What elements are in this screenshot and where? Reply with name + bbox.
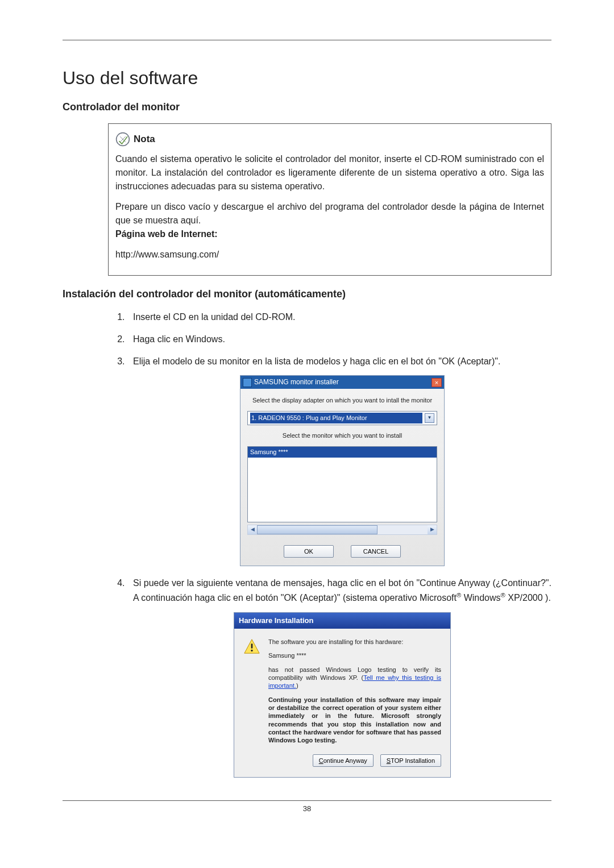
section-heading-controlador: Controlador del monitor — [63, 101, 551, 113]
installer-title-icon — [243, 378, 252, 387]
hw-titlebar: Hardware Installation — [234, 613, 450, 629]
step-4-text-c: XP/2000 ). — [505, 593, 551, 603]
continue-underline: C — [319, 757, 323, 764]
step-3-text: Elija el modelo de su monitor en la list… — [133, 356, 500, 366]
note-box: Nota Cuando el sistema operativo le soli… — [108, 123, 551, 276]
note-label: Nota — [134, 132, 155, 147]
installer-title-text: SAMSUNG monitor installer — [254, 377, 339, 388]
hw-p3: has not passed Windows Logo testing to v… — [268, 666, 441, 690]
page-number: 38 — [63, 804, 551, 813]
step-1: Inserte el CD en la unidad del CD-ROM. — [127, 310, 551, 325]
scroll-right-icon[interactable]: ▶ — [428, 525, 437, 534]
installer-dialog: SAMSUNG monitor installer × Select the d… — [240, 375, 445, 566]
bottom-rule — [63, 800, 551, 801]
installer-hint-2: Select the monitor which you want to ins… — [247, 431, 437, 441]
top-rule — [63, 40, 551, 40]
installer-titlebar: SAMSUNG monitor installer × — [240, 376, 444, 389]
reg-mark-1: ® — [457, 592, 461, 599]
hw-p1: The software you are installing for this… — [268, 638, 441, 646]
step-3: Elija el modelo de su monitor en la list… — [127, 355, 551, 567]
adapter-select[interactable]: 1. RADEON 9550 : Plug and Play Monitor ▼ — [247, 411, 437, 425]
svg-point-2 — [251, 650, 252, 651]
note-p2-text: Prepare un disco vacío y descargue el ar… — [115, 202, 544, 225]
step-2: Haga clic en Windows. — [127, 333, 551, 347]
steps-list: Inserte el CD en la unidad del CD-ROM. H… — [107, 310, 551, 778]
scroll-track[interactable] — [257, 525, 428, 534]
svg-rect-1 — [251, 644, 253, 649]
hardware-installation-dialog: Hardware Installation The software you a… — [234, 612, 451, 778]
stop-rest: TOP Installation — [391, 757, 435, 764]
step-4-text-b: Windows — [461, 593, 500, 603]
list-item[interactable]: Samsung **** — [248, 447, 437, 458]
hw-p2: Samsung **** — [268, 651, 441, 659]
note-paragraph-1: Cuando el sistema operativo le solicite … — [115, 152, 544, 193]
adapter-selected-option: 1. RADEON 9550 : Plug and Play Monitor — [250, 413, 422, 423]
reg-mark-2: ® — [501, 592, 505, 599]
stop-installation-button[interactable]: STOP Installation — [380, 754, 441, 767]
continue-anyway-button[interactable]: Continue Anyway — [313, 754, 374, 767]
hw-p4: Continuing your installation of this sof… — [268, 696, 441, 745]
installer-hint-1: Select the display adapter on which you … — [247, 396, 437, 405]
chevron-down-icon[interactable]: ▼ — [425, 413, 434, 423]
hw-p3b: ) — [296, 682, 298, 689]
close-button[interactable]: × — [432, 378, 442, 387]
section-heading-instalacion: Instalación del controlador del monitor … — [63, 288, 551, 300]
scroll-thumb[interactable] — [257, 525, 377, 534]
horizontal-scrollbar[interactable]: ◀ ▶ — [247, 525, 437, 535]
note-icon — [115, 132, 130, 147]
monitor-listbox[interactable]: Samsung **** — [247, 446, 437, 522]
continue-rest: ontinue Anyway — [323, 757, 367, 764]
ok-button[interactable]: OK — [284, 545, 334, 558]
note-web-label: Página web de Internet: — [115, 229, 218, 239]
note-paragraph-2: Prepare un disco vacío y descargue el ar… — [115, 200, 544, 241]
page-title: Uso del software — [63, 68, 551, 89]
cancel-button[interactable]: CANCEL — [351, 545, 401, 558]
note-url: http://www.samsung.com/ — [115, 248, 544, 261]
step-4: Si puede ver la siguiente ventana de men… — [127, 576, 551, 778]
warning-icon — [243, 638, 260, 655]
scroll-left-icon[interactable]: ◀ — [248, 525, 257, 534]
